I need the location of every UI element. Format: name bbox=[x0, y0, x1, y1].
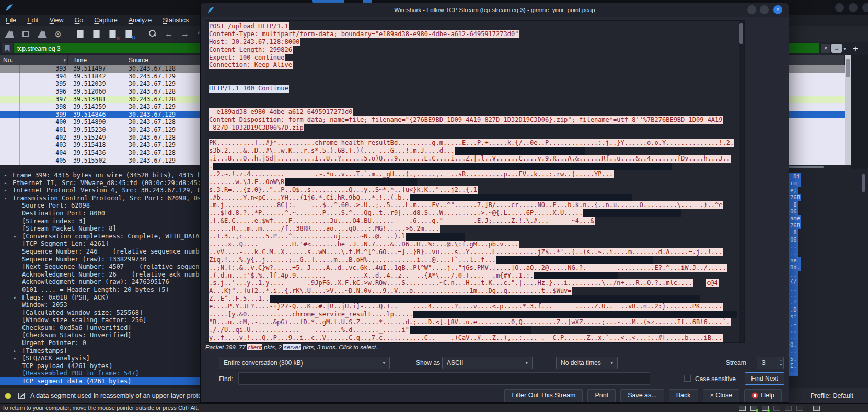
vm-device-icon[interactable] bbox=[785, 406, 792, 411]
expand-arrow-icon[interactable]: ▸ bbox=[4, 171, 7, 179]
stream-scrollbar[interactable] bbox=[739, 21, 744, 342]
stream-text: s.3.R=...{z.0}.."..P..O$..s..........Q..… bbox=[209, 186, 478, 194]
filter-dropdown-icon[interactable]: ▾ bbox=[843, 44, 846, 53]
spin-down-icon[interactable]: ▾ bbox=[780, 363, 782, 368]
stream-line: ........7|).&.1.?...... bbox=[209, 342, 737, 343]
find-next-button[interactable]: Find Next bbox=[745, 372, 784, 385]
main-close-button[interactable] bbox=[862, 3, 868, 12]
expand-arrow-icon[interactable]: ▸ bbox=[14, 347, 16, 355]
detail-text: Sequence Number (raw): 1338299730 bbox=[22, 256, 146, 263]
detail-text: [Timestamps] bbox=[22, 347, 67, 354]
menu-item-file[interactable]: File bbox=[6, 17, 16, 24]
detail-text: Window: 2053 bbox=[22, 301, 67, 308]
case-sensitive-checkbox[interactable] bbox=[684, 375, 691, 382]
open-capture-file-icon[interactable] bbox=[75, 29, 85, 39]
menu-item-view[interactable]: View bbox=[50, 17, 64, 24]
menu-item-statistics[interactable]: Statistics bbox=[163, 17, 189, 24]
packet-time-cell: 39.515502 bbox=[68, 157, 124, 165]
dialog-titlebar[interactable]: Wireshark - Follow TCP Stream (tcp.strea… bbox=[201, 3, 789, 17]
stream-line: s.3.R=...{z.0}.."..P..O$..s..........Q..… bbox=[209, 186, 737, 194]
stop-capture-icon[interactable] bbox=[21, 29, 30, 39]
back-button[interactable]: Back bbox=[669, 389, 698, 402]
menu-item-go[interactable]: Go bbox=[75, 17, 84, 24]
bytes-scrollbar-thumb[interactable] bbox=[862, 174, 865, 192]
scrollbar-thumb[interactable] bbox=[739, 23, 743, 44]
capture-options-icon[interactable]: ⚙ bbox=[53, 29, 63, 39]
save-capture-file-icon[interactable] bbox=[91, 29, 101, 39]
show-as-select[interactable]: ASCII ▾ bbox=[442, 357, 533, 369]
expand-arrow-icon[interactable]: ▾ bbox=[4, 194, 7, 202]
spin-up-icon[interactable]: ▴ bbox=[780, 358, 782, 363]
menu-item-edit[interactable]: Edit bbox=[27, 17, 39, 24]
sort-desc-icon: ▾ bbox=[63, 58, 66, 63]
stream-line: .....[y.&0............chrome_service_res… bbox=[209, 311, 737, 318]
go-back-icon[interactable]: ← bbox=[164, 29, 173, 39]
expand-arrow-icon[interactable]: ▸ bbox=[4, 179, 7, 187]
dialog-minimize-button[interactable] bbox=[747, 5, 756, 14]
save-as-button[interactable]: Save as... bbox=[620, 389, 664, 402]
expert-info-icon[interactable] bbox=[5, 393, 11, 399]
restart-capture-icon[interactable] bbox=[37, 29, 47, 39]
column-header-no[interactable]: No.▾ bbox=[0, 55, 68, 65]
main-minimize-button[interactable] bbox=[835, 3, 844, 12]
filter-clear-button[interactable]: × bbox=[821, 44, 830, 53]
stream-line: POST /upload HTTP/1.1 bbox=[209, 22, 737, 30]
stream-line: ...$[d.8.?..*P......^.~.......P....S.^..… bbox=[209, 209, 737, 217]
expand-arrow-icon[interactable]: ▸ bbox=[14, 294, 16, 302]
menu-item-analyze[interactable]: Analyze bbox=[129, 17, 152, 24]
column-header-time[interactable]: Time bbox=[68, 55, 124, 65]
stream-text: Content-Type: multipart/form-data; bound… bbox=[209, 30, 519, 38]
packet-time-cell: 39.511497 bbox=[68, 65, 124, 73]
vm-device-icon[interactable] bbox=[773, 406, 780, 411]
vm-toolbar: To return to your computer, move the mou… bbox=[0, 403, 868, 412]
reload-capture-file-icon[interactable]: ↻ bbox=[124, 29, 133, 39]
packet-time-cell: 39.515436 bbox=[68, 149, 124, 157]
packet-list-vertical-scrollbar[interactable] bbox=[845, 55, 851, 165]
stream-line: . bbox=[209, 163, 737, 170]
dialog-maximize-button[interactable] bbox=[760, 5, 769, 14]
capture-comment-icon[interactable] bbox=[18, 393, 25, 399]
selection-block bbox=[496, 256, 653, 264]
vm-sound-icon[interactable] bbox=[762, 406, 769, 411]
go-forward-icon[interactable]: → bbox=[180, 29, 190, 39]
find-input[interactable] bbox=[238, 372, 650, 385]
filter-bookmark-button[interactable] bbox=[2, 43, 13, 53]
filter-out-stream-button[interactable]: Filter Out This Stream bbox=[504, 389, 583, 402]
stream-number-stepper[interactable]: 3 ▴▾ bbox=[757, 357, 784, 369]
bytes-ascii-fragment: {/ bbox=[789, 278, 798, 285]
show-as-label: Show as bbox=[416, 359, 440, 367]
help-button[interactable]: Help bbox=[744, 389, 782, 402]
start-capture-icon[interactable] bbox=[5, 29, 14, 39]
find-packet-icon[interactable] bbox=[148, 29, 157, 39]
close-button[interactable]: × Close bbox=[703, 389, 740, 402]
profile-label[interactable]: Profile: Default bbox=[811, 392, 853, 399]
filter-add-button[interactable]: + bbox=[853, 42, 858, 54]
vm-display-icon[interactable] bbox=[739, 406, 746, 411]
stream-content-area[interactable]: POST /upload HTTP/1.1Content-Type: multi… bbox=[205, 20, 745, 343]
caption-server-badge[interactable]: server bbox=[283, 344, 301, 350]
delta-times-select[interactable]: No delta times ▾ bbox=[556, 357, 618, 369]
dialog-close-button[interactable]: × bbox=[773, 5, 782, 14]
filter-apply-button[interactable]: → bbox=[831, 44, 842, 53]
close-capture-file-icon[interactable]: × bbox=[108, 29, 117, 39]
vm-shared-folder-icon[interactable] bbox=[750, 406, 757, 411]
vm-network-icon[interactable] bbox=[796, 406, 803, 411]
menu-item-capture[interactable]: Capture bbox=[94, 17, 117, 24]
stream-text: .s.j..'...y..1.y.... .9JpFG..X.F.kC.>w.R… bbox=[209, 279, 693, 287]
bytes-ascii-fragment: -8 bbox=[789, 229, 798, 236]
stream-caption[interactable]: Packet 399. 77 client pkts, 2 server pkt… bbox=[205, 344, 377, 353]
stream-line bbox=[209, 131, 737, 139]
main-maximize-button[interactable] bbox=[849, 3, 858, 12]
expand-arrow-icon[interactable]: ▸ bbox=[4, 187, 7, 194]
vm-console-icon[interactable] bbox=[813, 406, 820, 411]
close-capture-file-icon bbox=[109, 30, 116, 38]
expand-arrow-icon[interactable]: ▸ bbox=[14, 354, 16, 362]
scrollbar-thumb[interactable] bbox=[846, 59, 850, 77]
print-button[interactable]: Print bbox=[587, 389, 616, 402]
expand-arrow-icon[interactable]: ▸ bbox=[14, 233, 16, 241]
stream-text: .[.&E.C.....e.$wf....F..........3u....O4… bbox=[209, 217, 595, 225]
conversation-select[interactable]: Entire conversation (300 kB) ▾ bbox=[219, 357, 390, 369]
stream-text: A...Kj"..]u]2..*.i..{.rK\.U....>V...~D.N… bbox=[209, 287, 572, 295]
caption-client-badge[interactable]: client bbox=[247, 344, 262, 350]
stream-text: --e189ad38-e980-4dbe-a612-6495917273d0 bbox=[209, 108, 353, 116]
